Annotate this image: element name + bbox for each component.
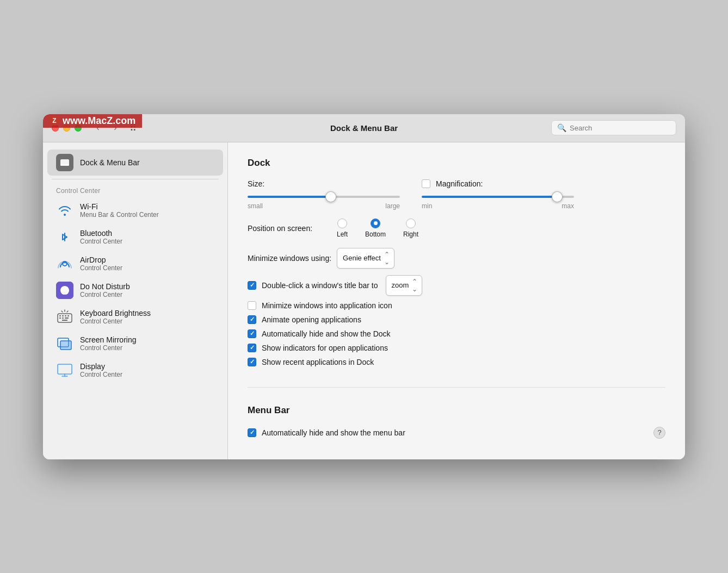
double-click-row: Double-click a window's title bar to zoo… bbox=[248, 275, 665, 296]
search-icon: 🔍 bbox=[557, 123, 566, 132]
mag-slider-container: min max bbox=[422, 190, 574, 210]
wifi-icon bbox=[56, 202, 73, 219]
size-label: Size: bbox=[248, 179, 275, 188]
dock-icon bbox=[56, 154, 73, 171]
show-recent-row: Show recent applications in Dock bbox=[248, 358, 665, 366]
show-indicators-label: Show indicators for open applications bbox=[262, 344, 388, 352]
airdrop-item-text: AirDrop Control Center bbox=[80, 256, 122, 272]
magnification-row: Magnification: bbox=[422, 179, 574, 188]
dock-item-title: Dock & Menu Bar bbox=[80, 158, 140, 167]
control-center-label: Control Center bbox=[43, 183, 227, 197]
auto-hide-dock-label: Automatically hide and show the Dock bbox=[262, 329, 391, 338]
auto-hide-menu-label: Automatically hide and show the menu bar bbox=[262, 428, 405, 437]
radio-group: Left Bottom Right bbox=[337, 219, 418, 238]
preferences-window: Z www.MacZ.com ‹ › ⠿ Dock & Menu Bar 🔍 bbox=[43, 114, 685, 459]
position-bottom[interactable]: Bottom bbox=[365, 219, 386, 238]
keyboard-title: Keyboard Brightness bbox=[80, 309, 151, 317]
airdrop-title: AirDrop bbox=[80, 256, 122, 264]
svg-rect-9 bbox=[67, 315, 69, 316]
position-right-radio[interactable] bbox=[406, 219, 416, 228]
position-right[interactable]: Right bbox=[403, 219, 418, 238]
menu-bar-section: Menu Bar Automatically hide and show the… bbox=[248, 403, 665, 439]
size-small-label: small bbox=[248, 202, 263, 210]
double-click-label: Double-click a window's title bar to bbox=[262, 281, 378, 290]
size-slider[interactable] bbox=[248, 196, 400, 198]
dock-item-text: Dock & Menu Bar bbox=[80, 158, 140, 167]
size-slider-group: Size: small large bbox=[248, 179, 400, 210]
watermark-text: www.MacZ.com bbox=[63, 115, 135, 127]
animate-label: Animate opening applications bbox=[262, 315, 361, 324]
position-bottom-label: Bottom bbox=[365, 231, 386, 238]
bluetooth-subtitle: Control Center bbox=[80, 238, 122, 245]
search-box[interactable]: 🔍 bbox=[551, 120, 676, 135]
svg-rect-11 bbox=[62, 317, 64, 319]
sidebar-item-wifi[interactable]: Wi-Fi Menu Bar & Control Center bbox=[47, 197, 223, 223]
keyboard-item-text: Keyboard Brightness Control Center bbox=[80, 309, 151, 325]
dnd-title: Do Not Disturb bbox=[80, 282, 130, 291]
screen-mirroring-icon bbox=[56, 335, 73, 352]
screen-subtitle: Control Center bbox=[80, 344, 136, 352]
dock-section-title: Dock bbox=[248, 158, 665, 169]
menu-bar-title: Menu Bar bbox=[248, 405, 665, 416]
auto-hide-dock-row: Automatically hide and show the Dock bbox=[248, 329, 665, 338]
position-left[interactable]: Left bbox=[337, 219, 348, 238]
magnification-label: Magnification: bbox=[436, 179, 483, 188]
bluetooth-icon bbox=[56, 228, 73, 246]
auto-hide-dock-checkbox[interactable] bbox=[248, 329, 256, 338]
animate-row: Animate opening applications bbox=[248, 315, 665, 324]
magnification-slider[interactable] bbox=[422, 196, 574, 198]
position-bottom-radio[interactable] bbox=[371, 219, 380, 228]
position-left-label: Left bbox=[337, 231, 348, 238]
show-indicators-row: Show indicators for open applications bbox=[248, 344, 665, 352]
position-left-radio[interactable] bbox=[337, 219, 347, 228]
minimize-icon-checkbox[interactable] bbox=[248, 301, 256, 310]
watermark: Z www.MacZ.com bbox=[43, 114, 142, 128]
sidebar-item-dock-menu-bar[interactable]: Dock & Menu Bar bbox=[47, 150, 223, 176]
wifi-item-text: Wi-Fi Menu Bar & Control Center bbox=[80, 202, 159, 219]
display-subtitle: Control Center bbox=[80, 371, 122, 378]
magnification-checkbox[interactable] bbox=[422, 179, 430, 188]
dock-section: Dock Size: small large bbox=[248, 158, 665, 388]
svg-line-16 bbox=[67, 311, 68, 312]
svg-rect-8 bbox=[65, 315, 66, 316]
auto-hide-menu-checkbox[interactable] bbox=[248, 428, 256, 437]
svg-rect-10 bbox=[59, 317, 61, 319]
sidebar-item-display[interactable]: Display Control Center bbox=[47, 357, 223, 383]
animate-checkbox[interactable] bbox=[248, 315, 256, 324]
svg-rect-18 bbox=[60, 341, 71, 350]
double-click-checkbox[interactable] bbox=[248, 281, 256, 290]
minimize-effect-dropdown[interactable]: Genie effect ⌃⌄ bbox=[337, 248, 394, 269]
sidebar-item-dnd[interactable]: Do Not Disturb Control Center bbox=[47, 277, 223, 303]
sidebar-item-bluetooth[interactable]: Bluetooth Control Center bbox=[47, 224, 223, 250]
size-slider-container: small large bbox=[248, 190, 400, 210]
screen-item-text: Screen Mirroring Control Center bbox=[80, 335, 136, 352]
keyboard-subtitle: Control Center bbox=[80, 317, 151, 325]
svg-rect-20 bbox=[58, 364, 72, 374]
double-click-action-dropdown[interactable]: zoom ⌃⌄ bbox=[386, 275, 423, 296]
svg-rect-13 bbox=[62, 320, 67, 321]
sidebar-item-screen-mirroring[interactable]: Screen Mirroring Control Center bbox=[47, 331, 223, 357]
sidebar: Dock & Menu Bar Control Center Wi-Fi Men… bbox=[43, 142, 228, 459]
minimize-icon-row: Minimize windows into application icon bbox=[248, 301, 665, 310]
sidebar-item-keyboard[interactable]: Keyboard Brightness Control Center bbox=[47, 304, 223, 330]
help-button[interactable]: ? bbox=[653, 427, 665, 439]
watermark-icon: Z bbox=[50, 116, 59, 126]
display-icon bbox=[56, 362, 73, 379]
position-label: Position on screen: bbox=[248, 224, 324, 233]
keyboard-icon bbox=[56, 308, 73, 326]
show-indicators-checkbox[interactable] bbox=[248, 344, 256, 352]
svg-rect-7 bbox=[62, 315, 64, 316]
search-input[interactable] bbox=[570, 124, 670, 132]
wifi-subtitle: Menu Bar & Control Center bbox=[80, 211, 159, 219]
display-title: Display bbox=[80, 362, 122, 371]
svg-rect-1 bbox=[60, 164, 69, 166]
position-row: Position on screen: Left Bottom Right bbox=[248, 219, 665, 238]
auto-hide-menu-row: Automatically hide and show the menu bar… bbox=[248, 427, 665, 439]
mag-max-label: max bbox=[562, 202, 574, 210]
double-click-action-value: zoom bbox=[392, 281, 409, 289]
show-recent-checkbox[interactable] bbox=[248, 358, 256, 366]
sidebar-item-airdrop[interactable]: AirDrop Control Center bbox=[47, 251, 223, 277]
magnification-group: Magnification: min max bbox=[422, 179, 574, 210]
svg-rect-12 bbox=[65, 317, 69, 319]
airdrop-subtitle: Control Center bbox=[80, 264, 122, 272]
